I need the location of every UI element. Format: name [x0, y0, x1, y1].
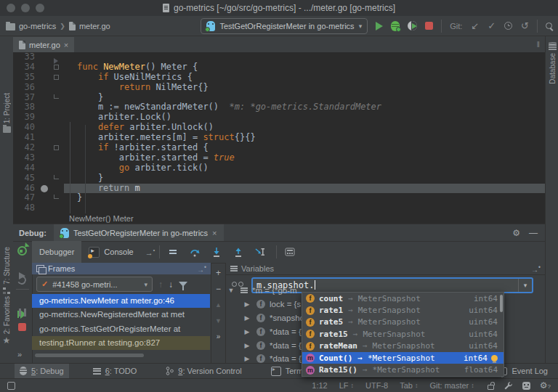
more-actions-icon[interactable]: »	[17, 350, 22, 359]
move-watch-down-icon[interactable]: ▼	[215, 317, 222, 325]
code-line[interactable]: 36 return NilMeter{}	[13, 83, 545, 93]
scroll-to-end-icon[interactable]: →•	[145, 248, 155, 257]
maximize-window-button[interactable]	[36, 4, 44, 12]
toolwindow-button-debug[interactable]: 5: Debug	[15, 364, 69, 379]
code-line[interactable]: 45 }	[13, 173, 545, 184]
frames-header[interactable]: Frames →•	[32, 263, 211, 274]
code-line[interactable]: 39 arbiter.Lock()	[13, 113, 545, 123]
toolwindow-button-event-log[interactable]: Event Log	[498, 367, 548, 375]
code-line[interactable]: 41 arbiter.meters[m] = struct{}{}	[13, 133, 545, 143]
minimize-window-button[interactable]	[21, 4, 30, 12]
gear-help-icon[interactable]: ⚙?	[540, 380, 551, 391]
restore-layout-icon[interactable]	[16, 274, 27, 285]
breadcrumb-file[interactable]: meter.go	[79, 22, 110, 30]
editor-breadcrumb[interactable]: NewMeter() Meter	[13, 213, 545, 224]
popup-scrollbar[interactable]	[500, 295, 503, 312]
status-item[interactable]: Tab↕	[400, 381, 418, 390]
code-line[interactable]: 44 go arbiter.tick()	[13, 163, 545, 173]
settings-gear-icon[interactable]: ⚙	[512, 228, 520, 238]
code-line[interactable]: 47}	[13, 193, 545, 203]
title-bar[interactable]: go-metrics [~/go/src/go-metrics] - .../m…	[0, 0, 558, 17]
rerun-icon[interactable]	[17, 246, 27, 256]
evaluate-expression-icon[interactable]	[284, 246, 296, 258]
close-tab-icon[interactable]: ×	[64, 41, 68, 49]
completion-item[interactable]: mCount()→*MeterSnapshotint64	[302, 352, 504, 364]
window-controls[interactable]	[7, 4, 44, 12]
sidebar-item-database[interactable]: Database	[546, 42, 558, 84]
code-line[interactable]: 48	[13, 203, 545, 213]
git-history-icon[interactable]	[504, 22, 512, 30]
variables-header[interactable]: Variables →•	[226, 263, 545, 275]
remove-watch-icon[interactable]: −	[216, 285, 221, 293]
search-everywhere-icon[interactable]	[546, 23, 552, 29]
wrench-icon[interactable]	[504, 381, 513, 391]
hide-window-icon[interactable]: —	[529, 228, 538, 238]
completion-item[interactable]: frate15→MeterSnapshotuint64	[302, 328, 504, 340]
toolwindow-button-versioncontrol[interactable]: 9: Version Control	[161, 364, 246, 379]
frame-row[interactable]: go-metrics.TestGetOrRegisterMeter at	[32, 322, 210, 336]
frames-horizontal-scrollbar[interactable]	[35, 354, 144, 357]
code-line[interactable]: 42 if !arbiter.started {	[13, 143, 545, 153]
run-button[interactable]	[376, 22, 383, 30]
panel-options-icon[interactable]: →•	[531, 264, 541, 274]
git-commit-icon[interactable]: ✓	[488, 20, 496, 31]
code-line[interactable]: 43 arbiter.started = true	[13, 153, 545, 163]
debug-session-tab[interactable]: TestGetOrRegisterMeter in go-metrics ×	[54, 224, 224, 241]
git-rollback-icon[interactable]: ↺	[521, 20, 529, 31]
code-line[interactable]: 37 }	[13, 93, 545, 103]
pause-icon[interactable]	[19, 309, 26, 317]
code-line[interactable]: 33	[13, 52, 545, 62]
toolwindow-button-todo[interactable]: 6: TODO	[88, 364, 142, 379]
close-window-button[interactable]	[7, 4, 15, 12]
inspector-face-icon[interactable]	[522, 382, 530, 390]
status-item[interactable]: 1:12	[312, 381, 327, 390]
frame-row[interactable]: testing.tRunner at testing.go:827	[32, 336, 210, 350]
status-item[interactable]: Git: master↕	[429, 381, 474, 390]
frame-row[interactable]: go-metrics.NewMeter at meter.go:46	[32, 294, 210, 308]
run-to-cursor-icon[interactable]	[254, 246, 266, 258]
show-execution-point-icon[interactable]	[167, 246, 179, 258]
status-item[interactable]: LF↕	[339, 381, 354, 390]
close-session-icon[interactable]: ×	[212, 229, 217, 237]
editor-tab-meter-go[interactable]: meter.go ×	[13, 37, 74, 52]
completion-item[interactable]: frate1→MeterSnapshotuint64	[302, 304, 504, 316]
debug-button[interactable]	[391, 21, 400, 31]
lock-icon[interactable]	[488, 385, 494, 390]
move-watch-up-icon[interactable]: ▲	[215, 301, 222, 309]
status-item[interactable]: UTF-8	[365, 381, 388, 390]
breadcrumb-project[interactable]: go-metrics	[19, 22, 56, 30]
panel-options-icon[interactable]: →•	[197, 264, 206, 274]
code-line[interactable]: 35 if UseNilMetrics {	[13, 73, 545, 83]
tab-debugger[interactable]: Debugger	[32, 241, 81, 263]
step-into-icon[interactable]	[211, 246, 222, 258]
thread-dropdown[interactable]: ✓ #41458 go-metri... ▾	[36, 277, 153, 292]
code-line[interactable]: 40 defer arbiter.Unlock()	[13, 123, 545, 133]
sidebar-item-favorites[interactable]: 2: Favorites ★	[0, 296, 13, 344]
step-out-icon[interactable]	[232, 246, 244, 258]
stop-button[interactable]	[425, 22, 433, 30]
tab-console[interactable]: Console	[81, 241, 140, 263]
step-over-icon[interactable]	[189, 246, 201, 258]
code-line[interactable]: 46 return m	[13, 184, 545, 194]
frame-row[interactable]: go-metrics.NewRegisteredMeter at met	[32, 308, 210, 322]
completion-item[interactable]: mRate15()→*MeterSnapshotfloat64	[302, 364, 504, 375]
add-watch-icon[interactable]: +	[216, 269, 221, 277]
completion-item[interactable]: fcount→MeterSnapshotint64	[302, 293, 504, 304]
stop-icon[interactable]	[18, 323, 26, 331]
breakpoint-icon[interactable]	[41, 185, 48, 192]
toggle-tool-stripes-icon[interactable]	[7, 382, 15, 390]
completion-item[interactable]: frateMean→MeterSnapshotuint64	[302, 340, 504, 352]
hide-library-frames-icon[interactable]	[179, 282, 187, 287]
more-watches-icon[interactable]: »	[217, 332, 221, 341]
previous-frame-icon[interactable]: ↑	[158, 279, 163, 290]
code-line[interactable]: 34func NewMeter() Meter {	[13, 62, 545, 73]
completion-item[interactable]: frate5→MeterSnapshotuint64	[302, 317, 504, 328]
run-with-coverage-button[interactable]	[408, 21, 417, 30]
code-editor[interactable]: 3334func NewMeter() Meter {35 if UseNilM…	[13, 52, 545, 213]
sidebar-item-structure[interactable]: 7: Structure	[0, 247, 13, 294]
sidebar-item-project[interactable]: 1: Project	[0, 93, 13, 133]
git-update-icon[interactable]: ↙	[471, 20, 479, 31]
run-configuration-selector[interactable]: TestGetOrRegisterMeter in go-metrics ▾	[201, 18, 368, 34]
next-frame-icon[interactable]: ↓	[169, 279, 173, 290]
code-line[interactable]: 38 m := newStandardMeter() *m: *go-metri…	[13, 102, 545, 113]
